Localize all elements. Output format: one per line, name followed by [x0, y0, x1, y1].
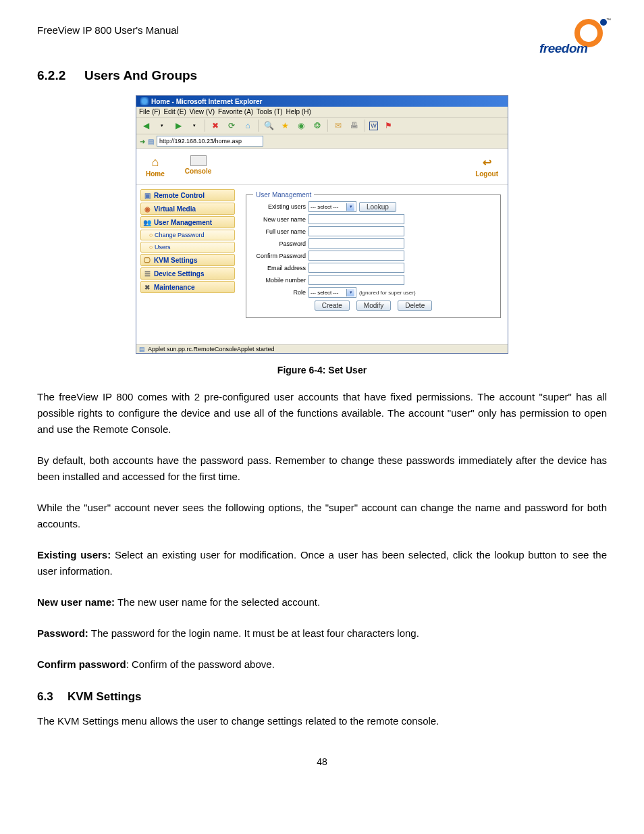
label-role: Role: [253, 289, 306, 296]
status-text: Applet sun.pp.rc.RemoteConsoleApplet sta…: [148, 346, 275, 353]
role-select[interactable]: --- select --- ▾: [308, 287, 356, 298]
ie-icon: [140, 97, 149, 105]
sidebar-item-device-settings[interactable]: ☰ Device Settings: [140, 267, 235, 280]
dropdown-icon[interactable]: ▾: [156, 120, 168, 132]
logo-text: freedom: [539, 41, 587, 56]
screenshot-figure: Home - Microsoft Internet Explorer File …: [136, 95, 508, 354]
browser-toolbar: ◀ ▾ ▶ ▾ ✖ ⟳ ⌂ 🔍 ★ ◉ ❂ ✉ 🖶 W ⚑: [136, 118, 508, 134]
logout-icon: ↩: [479, 155, 495, 169]
create-button[interactable]: Create: [315, 301, 350, 311]
menu-file[interactable]: File (F): [139, 108, 161, 115]
lookup-button[interactable]: Lookup: [359, 202, 396, 212]
label-new-user: New user name: [253, 216, 306, 223]
menu-tools[interactable]: Tools (T): [257, 108, 283, 115]
page-icon: ▤: [139, 346, 145, 353]
password-input[interactable]: [308, 238, 404, 249]
forward-icon[interactable]: ▶: [172, 120, 184, 132]
nav-console[interactable]: Console: [185, 155, 211, 178]
sidebar: ▣ Remote Control ◉ Virtual Media 👥 User …: [136, 185, 239, 344]
panel-legend: User Management: [253, 191, 314, 199]
sidebar-item-remote-control[interactable]: ▣ Remote Control: [140, 189, 235, 201]
chevron-down-icon: ▾: [346, 289, 354, 296]
paragraph: By default, both accounts have the passw…: [37, 452, 607, 485]
existing-users-select[interactable]: --- select --- ▾: [308, 201, 356, 212]
label-email: Email address: [253, 265, 306, 271]
confirm-password-input[interactable]: [308, 251, 404, 261]
print-icon[interactable]: 🖶: [348, 120, 360, 132]
home-icon: ⌂: [147, 155, 163, 169]
sidebar-item-kvm-settings[interactable]: 🖵 KVM Settings: [140, 254, 235, 266]
disk-icon: ◉: [143, 205, 151, 213]
mobile-input[interactable]: [308, 275, 404, 285]
new-user-input[interactable]: [308, 214, 404, 224]
device-icon: ☰: [143, 269, 151, 278]
favorites-icon[interactable]: ★: [279, 120, 291, 132]
label-full-user: Full user name: [253, 228, 306, 235]
paragraph: The freeView IP 800 comes with 2 pre-con…: [37, 389, 607, 438]
mail-icon[interactable]: ✉: [332, 120, 344, 132]
dropdown-icon[interactable]: ▾: [188, 120, 200, 132]
menu-edit[interactable]: Edit (E): [163, 108, 186, 115]
console-icon: [190, 155, 207, 166]
address-input[interactable]: http://192.168.10.23/home.asp: [157, 136, 263, 147]
label-existing-users: Existing users: [253, 203, 306, 210]
sidebar-sub-users[interactable]: ○ Users: [140, 242, 235, 253]
monitor-icon: ▣: [143, 191, 151, 199]
role-hint: (ignored for super user): [359, 290, 416, 296]
modify-button[interactable]: Modify: [356, 301, 391, 311]
sidebar-item-virtual-media[interactable]: ◉ Virtual Media: [140, 203, 235, 215]
display-icon: 🖵: [143, 256, 151, 264]
addressbar: ➜ ▤ http://192.168.10.23/home.asp: [136, 134, 508, 149]
sidebar-sub-change-password[interactable]: ○ Change Password: [140, 230, 235, 240]
full-user-input[interactable]: [308, 226, 404, 236]
window-menubar: File (F) Edit (E) View (V) Favorite (A) …: [136, 107, 508, 118]
back-icon[interactable]: ◀: [140, 120, 152, 132]
wrench-icon: ✖: [143, 283, 151, 291]
stop-icon[interactable]: ✖: [209, 120, 221, 132]
sidebar-item-maintenance[interactable]: ✖ Maintenance: [140, 281, 235, 293]
section-heading-63: 6.3KVM Settings: [37, 690, 607, 704]
go-icon[interactable]: ➜: [140, 138, 145, 145]
word-icon[interactable]: W: [369, 122, 378, 130]
menu-help[interactable]: Help (H): [286, 108, 311, 115]
email-input[interactable]: [308, 263, 404, 273]
brand-logo: ™ freedom: [539, 19, 607, 56]
delete-button[interactable]: Delete: [398, 301, 432, 311]
media-icon[interactable]: ◉: [295, 120, 307, 132]
page-icon: ▤: [148, 138, 154, 145]
label-confirm-password: Confirm Password: [253, 253, 306, 259]
paragraph: The KVM Settings menu allows the user to…: [37, 713, 607, 729]
paragraph: New user name: The new user name for the…: [37, 594, 607, 610]
window-title: Home - Microsoft Internet Explorer: [151, 98, 262, 105]
nav-logout[interactable]: ↩ Logout: [475, 155, 498, 178]
app-top-nav: ⌂ Home Console ↩ Logout: [136, 149, 508, 185]
refresh-icon[interactable]: ⟳: [225, 120, 238, 132]
paragraph: Password: The password for the login nam…: [37, 625, 607, 642]
history-icon[interactable]: ❂: [311, 120, 323, 132]
users-icon: 👥: [143, 218, 151, 226]
nav-home[interactable]: ⌂ Home: [146, 155, 165, 178]
paragraph: While the "user" account never sees the …: [37, 500, 607, 532]
statusbar: ▤ Applet sun.pp.rc.RemoteConsoleApplet s…: [136, 344, 508, 353]
sidebar-item-user-management[interactable]: 👥 User Management: [140, 216, 235, 228]
label-password: Password: [253, 240, 306, 247]
figure-caption: Figure 6-4: Set User: [37, 365, 607, 375]
user-management-panel: User Management Existing users --- selec…: [239, 185, 508, 344]
section-heading-622: 6.2.2Users And Groups: [37, 68, 607, 83]
menu-view[interactable]: View (V): [190, 108, 215, 115]
home-icon[interactable]: ⌂: [242, 120, 254, 132]
paragraph: Existing users: Select an existing user …: [37, 547, 607, 579]
paragraph: Confirm password: Confirm of the passwor…: [37, 656, 607, 673]
search-icon[interactable]: 🔍: [263, 120, 275, 132]
chevron-down-icon: ▾: [346, 203, 354, 211]
window-titlebar: Home - Microsoft Internet Explorer: [136, 96, 508, 107]
doc-header: FreeView IP 800 User's Manual: [37, 24, 179, 36]
messenger-icon[interactable]: ⚑: [382, 120, 394, 132]
label-mobile: Mobile number: [253, 277, 306, 284]
trademark-symbol: ™: [606, 18, 611, 22]
page-number: 48: [37, 756, 607, 767]
menu-favorite[interactable]: Favorite (A): [218, 108, 253, 115]
